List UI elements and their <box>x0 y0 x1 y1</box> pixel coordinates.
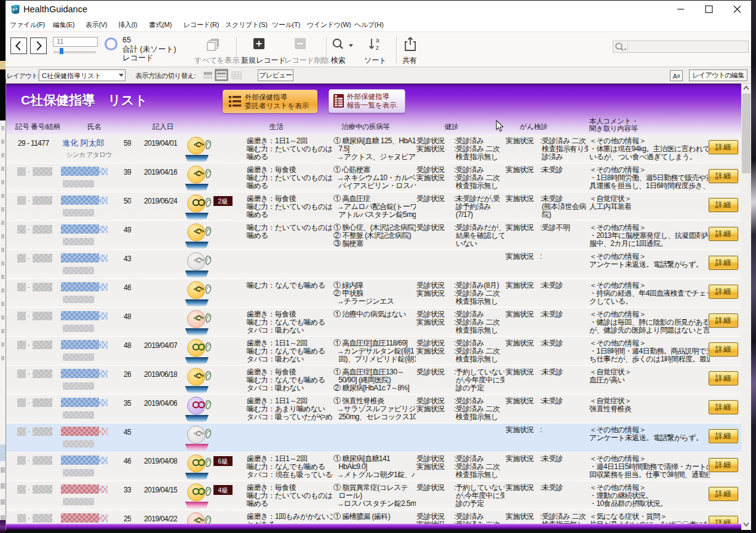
svg-text:a: a <box>376 37 380 44</box>
svg-text:z: z <box>376 44 379 51</box>
